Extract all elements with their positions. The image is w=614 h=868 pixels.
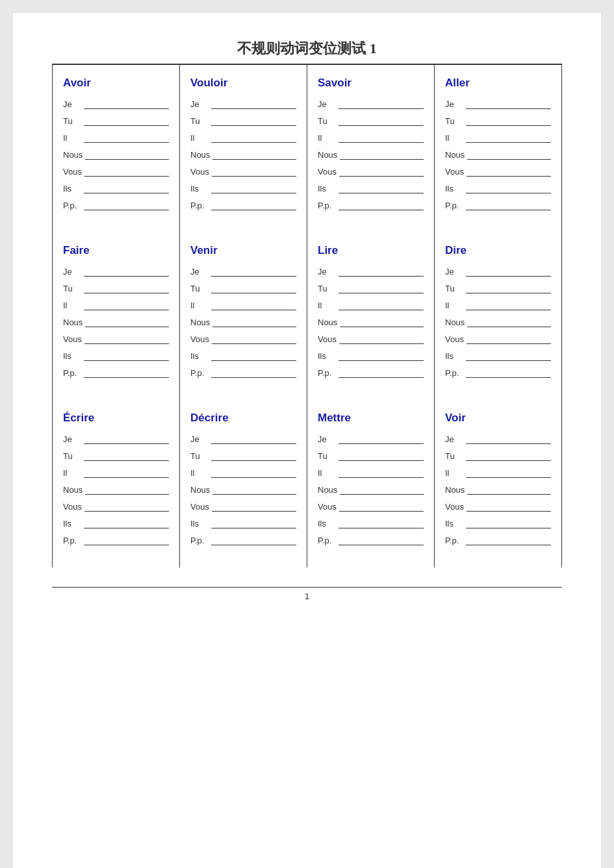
fill-line[interactable] <box>466 200 551 210</box>
fill-line[interactable] <box>211 200 296 210</box>
fill-line[interactable] <box>212 334 296 344</box>
fill-line[interactable] <box>84 351 169 361</box>
fill-line[interactable] <box>466 116 551 126</box>
fill-line[interactable] <box>84 451 169 461</box>
pronoun-label: Nous <box>63 150 83 160</box>
fill-line[interactable] <box>84 132 169 143</box>
fill-line[interactable] <box>339 518 424 528</box>
fill-line[interactable] <box>467 484 551 495</box>
fill-line[interactable] <box>339 451 424 461</box>
fill-line[interactable] <box>211 116 296 126</box>
fill-line[interactable] <box>340 484 424 495</box>
fill-line[interactable] <box>466 99 551 109</box>
fill-line[interactable] <box>84 434 169 444</box>
fill-line[interactable] <box>467 317 551 327</box>
fill-line[interactable] <box>85 149 169 160</box>
fill-line[interactable] <box>339 367 424 378</box>
pronoun-label: P.p. <box>190 201 209 210</box>
fill-line[interactable] <box>339 334 424 344</box>
fill-line[interactable] <box>212 484 296 495</box>
fill-line[interactable] <box>211 99 296 109</box>
fill-line[interactable] <box>466 351 551 361</box>
fill-line[interactable] <box>212 149 296 160</box>
fill-line[interactable] <box>466 183 551 193</box>
fill-line[interactable] <box>212 317 296 327</box>
fill-line[interactable] <box>339 166 424 177</box>
fill-line[interactable] <box>339 116 424 126</box>
fill-line[interactable] <box>211 434 296 444</box>
fill-line[interactable] <box>84 283 169 293</box>
fill-line[interactable] <box>466 467 551 478</box>
pronoun-label: Je <box>63 99 81 109</box>
fill-line[interactable] <box>466 451 551 461</box>
fill-line[interactable] <box>339 434 424 444</box>
fill-line[interactable] <box>85 317 169 327</box>
fill-line[interactable] <box>340 149 424 160</box>
verb-row: Vous <box>63 501 169 512</box>
fill-line[interactable] <box>84 99 169 109</box>
fill-line[interactable] <box>211 535 296 545</box>
fill-line[interactable] <box>467 166 551 177</box>
fill-line[interactable] <box>211 351 296 361</box>
fill-line[interactable] <box>84 266 169 277</box>
fill-line[interactable] <box>339 99 424 109</box>
fill-line[interactable] <box>467 334 551 344</box>
fill-line[interactable] <box>211 183 296 193</box>
fill-line[interactable] <box>466 367 551 378</box>
verb-row: Tu <box>63 116 169 126</box>
fill-line[interactable] <box>212 501 296 512</box>
verb-row: Vous <box>445 501 551 512</box>
verb-row: Nous <box>318 317 424 327</box>
fill-line[interactable] <box>84 300 169 310</box>
fill-line[interactable] <box>84 535 169 545</box>
verb-column-décrire: DécrireJeTuIlNousVousIlsP.p. <box>180 400 307 567</box>
fill-line[interactable] <box>340 317 424 327</box>
verb-row: P.p. <box>445 535 551 545</box>
fill-line[interactable] <box>466 266 551 277</box>
fill-line[interactable] <box>84 518 169 528</box>
fill-line[interactable] <box>466 300 551 310</box>
fill-line[interactable] <box>466 434 551 444</box>
fill-line[interactable] <box>339 183 424 193</box>
fill-line[interactable] <box>211 367 296 378</box>
fill-line[interactable] <box>339 300 424 310</box>
fill-line[interactable] <box>211 467 296 478</box>
fill-line[interactable] <box>466 132 551 143</box>
fill-line[interactable] <box>211 451 296 461</box>
fill-line[interactable] <box>211 283 296 293</box>
fill-line[interactable] <box>84 200 169 210</box>
fill-line[interactable] <box>85 484 169 495</box>
fill-line[interactable] <box>211 266 296 277</box>
fill-line[interactable] <box>466 518 551 528</box>
fill-line[interactable] <box>84 501 169 512</box>
fill-line[interactable] <box>466 283 551 293</box>
fill-line[interactable] <box>466 535 551 545</box>
fill-line[interactable] <box>467 501 551 512</box>
fill-line[interactable] <box>211 132 296 143</box>
fill-line[interactable] <box>84 166 169 177</box>
pronoun-label: P.p. <box>445 368 463 378</box>
verb-column-lire: LireJeTuIlNousVousIlsP.p. <box>307 232 435 400</box>
fill-line[interactable] <box>339 501 424 512</box>
fill-line[interactable] <box>339 467 424 478</box>
fill-line[interactable] <box>211 300 296 310</box>
verb-row: Je <box>445 99 551 109</box>
fill-line[interactable] <box>84 183 169 193</box>
verb-row: Il <box>318 467 424 478</box>
fill-line[interactable] <box>84 467 169 478</box>
verb-row: Vous <box>318 501 424 512</box>
fill-line[interactable] <box>84 367 169 378</box>
fill-line[interactable] <box>339 200 424 210</box>
fill-line[interactable] <box>212 166 296 177</box>
fill-line[interactable] <box>339 535 424 545</box>
fill-line[interactable] <box>339 266 424 277</box>
fill-line[interactable] <box>339 351 424 361</box>
fill-line[interactable] <box>467 149 551 160</box>
fill-line[interactable] <box>84 116 169 126</box>
fill-line[interactable] <box>339 132 424 143</box>
fill-line[interactable] <box>84 334 169 344</box>
fill-line[interactable] <box>211 518 296 528</box>
verb-row: Tu <box>190 283 296 293</box>
fill-line[interactable] <box>339 283 424 293</box>
verb-row: Nous <box>63 149 169 160</box>
